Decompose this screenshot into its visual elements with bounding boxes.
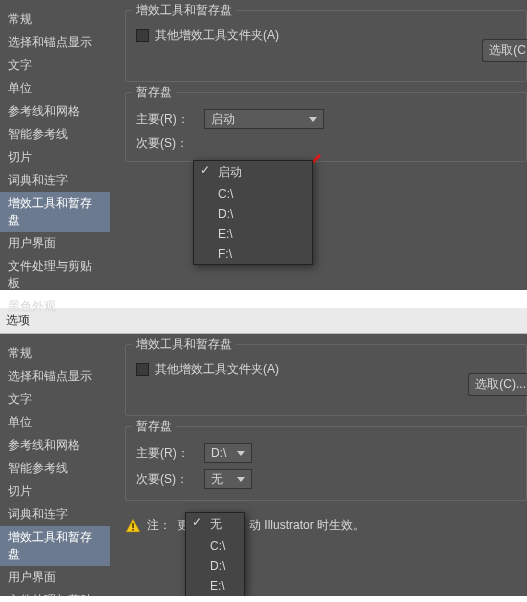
sidebar-item-ui[interactable]: 用户界面 xyxy=(0,566,110,589)
secondary-label: 次要(S)： xyxy=(136,471,196,488)
warning-icon xyxy=(125,518,141,534)
panel-top: 常规 选择和锚点显示 文字 单位 参考线和网格 智能参考线 切片 词典和连字 增… xyxy=(0,0,527,290)
sidebar-item-plugins-scratch[interactable]: 增效工具和暂存盘 xyxy=(0,526,110,566)
menu-item-label: D:\ xyxy=(210,559,225,573)
sidebar-item-guides[interactable]: 参考线和网格 xyxy=(0,100,110,123)
checkbox-icon[interactable] xyxy=(136,29,149,42)
chevron-down-icon xyxy=(309,117,317,122)
primary-dropdown-value: D:\ xyxy=(211,446,226,460)
sidebar: 常规 选择和锚点显示 文字 单位 参考线和网格 智能参考线 切片 词典和连字 增… xyxy=(0,0,110,318)
group-scratch-title: 暂存盘 xyxy=(132,418,176,435)
secondary-dropdown[interactable]: 无 xyxy=(204,469,252,489)
sidebar-item-type[interactable]: 文字 xyxy=(0,54,110,77)
sidebar-item-label: 参考线和网格 xyxy=(8,104,80,118)
checkbox-label: 其他增效工具文件夹(A) xyxy=(155,361,279,378)
group-scratch: 暂存盘 主要(R)： D:\ 次要(S)： 无 xyxy=(125,426,527,501)
sidebar-item-slices[interactable]: 切片 xyxy=(0,146,110,169)
checkbox-icon[interactable] xyxy=(136,363,149,376)
sidebar-item-label: 文件处理与剪贴板 xyxy=(8,259,92,290)
menu-item-c[interactable]: C:\ xyxy=(186,536,244,556)
sidebar-item-general[interactable]: 常规 xyxy=(0,342,110,365)
sidebar-item-label: 常规 xyxy=(8,12,32,26)
group-scratch: 暂存盘 主要(R)： 启动 次要(S)： xyxy=(125,92,527,162)
choose-button-label: 选取(C)... xyxy=(475,377,526,391)
secondary-dropdown-menu: ✓ 无 C:\ D:\ E:\ xyxy=(185,512,245,596)
panel-bottom: 常规 选择和锚点显示 文字 单位 参考线和网格 智能参考线 切片 词典和连字 增… xyxy=(0,334,527,596)
primary-dropdown[interactable]: D:\ xyxy=(204,443,252,463)
primary-dropdown-value: 启动 xyxy=(211,111,235,128)
sidebar-item-label: 文件处理与剪贴板 xyxy=(8,593,92,596)
group-plugins-title: 增效工具和暂存盘 xyxy=(132,2,236,19)
sidebar-item-label: 增效工具和暂存盘 xyxy=(8,196,92,227)
sidebar-item-label: 选择和锚点显示 xyxy=(8,369,92,383)
menu-item-e[interactable]: E:\ xyxy=(194,224,312,244)
menu-item-label: D:\ xyxy=(218,207,233,221)
checkbox-other-plugins-row[interactable]: 其他增效工具文件夹(A) xyxy=(136,355,516,384)
sidebar-item-dictionary[interactable]: 词典和连字 xyxy=(0,169,110,192)
note-prefix: 注： xyxy=(147,517,171,534)
sidebar-item-ui[interactable]: 用户界面 xyxy=(0,232,110,255)
sidebar-item-label: 词典和连字 xyxy=(8,507,68,521)
menu-item-d[interactable]: D:\ xyxy=(194,204,312,224)
sidebar-item-selection[interactable]: 选择和锚点显示 xyxy=(0,31,110,54)
group-plugins-title: 增效工具和暂存盘 xyxy=(132,336,236,353)
sidebar-item-units[interactable]: 单位 xyxy=(0,77,110,100)
sidebar-item-label: 单位 xyxy=(8,415,32,429)
menu-item-label: 启动 xyxy=(218,165,242,179)
sidebar-item-label: 选择和锚点显示 xyxy=(8,35,92,49)
sidebar-item-dictionary[interactable]: 词典和连字 xyxy=(0,503,110,526)
sidebar-item-units[interactable]: 单位 xyxy=(0,411,110,434)
sidebar-item-label: 词典和连字 xyxy=(8,173,68,187)
sidebar-item-plugins-scratch[interactable]: 增效工具和暂存盘 xyxy=(0,192,110,232)
sidebar-item-smartguides[interactable]: 智能参考线 xyxy=(0,123,110,146)
sidebar-item-guides[interactable]: 参考线和网格 xyxy=(0,434,110,457)
sidebar-item-label: 单位 xyxy=(8,81,32,95)
menu-item-startup[interactable]: ✓ 启动 xyxy=(194,161,312,184)
sidebar-item-label: 黑色外观 xyxy=(8,299,56,313)
choose-button[interactable]: 选取(C)... xyxy=(468,373,527,396)
menu-item-f[interactable]: F:\ xyxy=(194,244,312,264)
sidebar-item-label: 切片 xyxy=(8,484,32,498)
sidebar-item-selection[interactable]: 选择和锚点显示 xyxy=(0,365,110,388)
sidebar-item-slices[interactable]: 切片 xyxy=(0,480,110,503)
menu-item-c[interactable]: C:\ xyxy=(194,184,312,204)
secondary-label: 次要(S)： xyxy=(136,135,196,152)
sidebar-item-black[interactable]: 黑色外观 xyxy=(0,295,110,318)
sidebar-item-label: 常规 xyxy=(8,346,32,360)
secondary-dropdown-menu: ✓ 启动 C:\ D:\ E:\ F:\ xyxy=(193,160,313,265)
sidebar-item-filehandling[interactable]: 文件处理与剪贴板 xyxy=(0,589,110,596)
group-scratch-title: 暂存盘 xyxy=(132,84,176,101)
checkbox-other-plugins-row[interactable]: 其他增效工具文件夹(A) xyxy=(136,21,516,50)
choose-button-label: 选取(C xyxy=(489,43,526,57)
secondary-dropdown-value: 无 xyxy=(211,471,223,488)
primary-label: 主要(R)： xyxy=(136,111,196,128)
sidebar-item-type[interactable]: 文字 xyxy=(0,388,110,411)
chevron-down-icon xyxy=(237,477,245,482)
menu-item-label: C:\ xyxy=(210,539,225,553)
sidebar-item-smartguides[interactable]: 智能参考线 xyxy=(0,457,110,480)
check-icon: ✓ xyxy=(200,163,210,177)
group-plugins: 增效工具和暂存盘 其他增效工具文件夹(A) 选取(C)... xyxy=(125,344,527,416)
sidebar-item-label: 参考线和网格 xyxy=(8,438,80,452)
svg-rect-1 xyxy=(132,523,134,528)
menu-item-label: 无 xyxy=(210,517,222,531)
checkbox-label: 其他增效工具文件夹(A) xyxy=(155,27,279,44)
menu-item-label: E:\ xyxy=(210,579,225,593)
menu-item-d[interactable]: D:\ xyxy=(186,556,244,576)
sidebar-item-label: 文字 xyxy=(8,58,32,72)
menu-item-e[interactable]: E:\ xyxy=(186,576,244,596)
sidebar-item-filehandling[interactable]: 文件处理与剪贴板 xyxy=(0,255,110,295)
check-icon: ✓ xyxy=(192,515,202,529)
primary-label: 主要(R)： xyxy=(136,445,196,462)
content-area: 增效工具和暂存盘 其他增效工具文件夹(A) 选取(C 暂存盘 主要(R)： 启动… xyxy=(125,10,527,172)
menu-item-label: E:\ xyxy=(218,227,233,241)
sidebar-item-general[interactable]: 常规 xyxy=(0,8,110,31)
sidebar-item-label: 文字 xyxy=(8,392,32,406)
sidebar-item-label: 用户界面 xyxy=(8,570,56,584)
menu-item-label: F:\ xyxy=(218,247,232,261)
primary-dropdown[interactable]: 启动 xyxy=(204,109,324,129)
sidebar-item-label: 用户界面 xyxy=(8,236,56,250)
menu-item-none[interactable]: ✓ 无 xyxy=(186,513,244,536)
choose-button[interactable]: 选取(C xyxy=(482,39,527,62)
sidebar-item-label: 切片 xyxy=(8,150,32,164)
